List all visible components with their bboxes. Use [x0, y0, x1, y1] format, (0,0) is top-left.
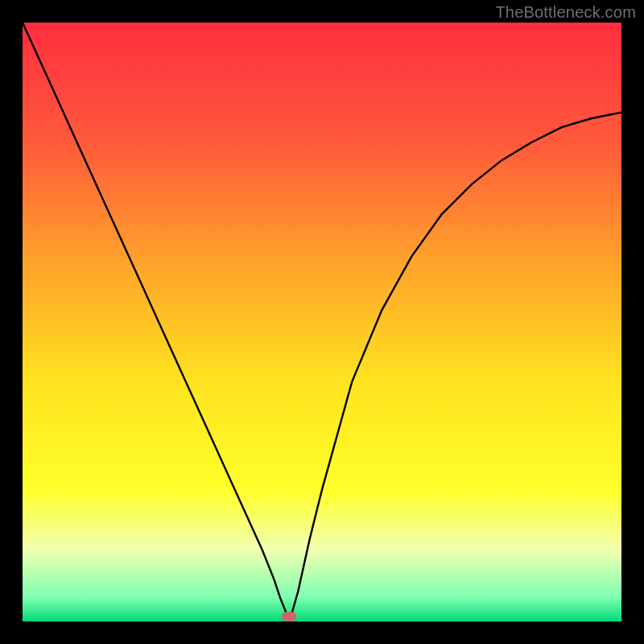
gradient-background [23, 23, 621, 621]
chart-container: TheBottleneck.com [0, 0, 644, 644]
optimum-marker [282, 612, 296, 621]
watermark-text: TheBottleneck.com [495, 3, 636, 22]
plot-area [23, 23, 621, 621]
chart-svg [23, 23, 621, 621]
